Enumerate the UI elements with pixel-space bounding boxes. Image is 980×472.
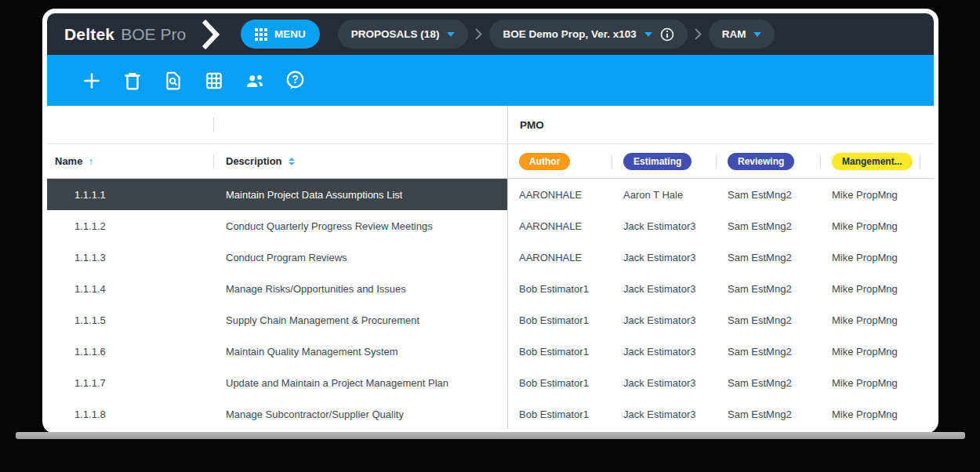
row-right-pane: Bob Estimator1Jack Estimator3Sam EstMng2…	[507, 304, 934, 336]
cell-author: Bob Estimator1	[508, 283, 612, 295]
table-column-header-row: Name ↑ Description Author Est	[47, 144, 934, 179]
window-base-shadow	[16, 432, 965, 439]
grid-icon	[204, 71, 224, 91]
column-header-description-label: Description	[226, 155, 282, 167]
table-row[interactable]: 1.1.1.2Conduct Quarterly Progress Review…	[47, 210, 934, 241]
cell-estimating-value: Jack Estimator3	[623, 252, 695, 263]
table-row[interactable]: 1.1.1.8Manage Subcontractor/Supplier Qua…	[47, 398, 934, 429]
table-row[interactable]: 1.1.1.3Conduct Program ReviewsAARONHALEJ…	[47, 241, 934, 273]
menu-button[interactable]: MENU	[241, 20, 320, 49]
cell-name: 1.1.1.4	[47, 273, 214, 304]
breadcrumb-ram-label: RAM	[722, 28, 746, 40]
table-row[interactable]: 1.1.1.5Supply Chain Management & Procure…	[47, 304, 934, 336]
table-body: 1.1.1.1Maintain Project Data Assumptions…	[47, 179, 934, 429]
column-header-author[interactable]: Author	[508, 144, 612, 178]
team-button[interactable]	[242, 68, 267, 93]
table-row[interactable]: 1.1.1.1Maintain Project Data Assumptions…	[47, 179, 934, 210]
cell-author-value: Bob Estimator1	[519, 283, 589, 295]
cell-name-value: 1.1.1.1	[74, 189, 106, 201]
breadcrumb-proposal-version[interactable]: BOE Demo Prop, Ver. x103	[489, 20, 687, 49]
cell-author-value: Bob Estimator1	[519, 346, 589, 358]
cell-estimating-value: Jack Estimator3	[623, 377, 695, 389]
cell-name-value: 1.1.1.4	[74, 283, 106, 295]
cell-management-value: Mike PropMng	[832, 346, 898, 358]
cell-author: Bob Estimator1	[508, 314, 612, 326]
column-header-reviewing[interactable]: Reviewing	[717, 144, 821, 178]
group-header-left	[47, 106, 507, 143]
menu-grid-icon	[255, 28, 267, 41]
cell-reviewing: Sam EstMng2	[717, 252, 821, 263]
cell-reviewing: Sam EstMng2	[717, 408, 821, 420]
preview-document-button[interactable]	[161, 68, 185, 93]
sort-ascending-icon: ↑	[88, 155, 93, 168]
row-right-pane: Bob Estimator1Jack Estimator3Sam EstMng2…	[507, 398, 934, 429]
cell-author: AARONHALE	[508, 220, 612, 232]
cell-reviewing: Sam EstMng2	[717, 377, 821, 389]
marketing-canvas: Deltek BOE Pro	[0, 0, 980, 472]
breadcrumb-proposals-label: PROPOSALS (18)	[351, 28, 440, 40]
cell-name-value: 1.1.1.7	[74, 377, 106, 389]
ram-table: PMO Name ↑ Description	[47, 106, 934, 429]
cell-estimating-value: Jack Estimator3	[623, 283, 695, 295]
column-header-description[interactable]: Description	[214, 144, 507, 178]
cell-description-value: Conduct Program Reviews	[226, 252, 347, 263]
cell-description: Supply Chain Management & Procurement	[214, 304, 507, 336]
column-header-management[interactable]: Mangement...	[821, 144, 920, 178]
breadcrumb-ram[interactable]: RAM	[709, 20, 775, 49]
cell-name: 1.1.1.6	[47, 336, 214, 367]
column-header-name[interactable]: Name ↑	[47, 144, 214, 178]
info-icon[interactable]	[660, 27, 674, 42]
cell-management: Mike PropMng	[821, 283, 920, 295]
cell-name: 1.1.1.8	[47, 398, 214, 429]
trash-icon	[122, 71, 143, 91]
column-header-name-label: Name	[55, 155, 82, 167]
breadcrumb-proposals[interactable]: PROPOSALS (18)	[338, 20, 469, 49]
cell-reviewing: Sam EstMng2	[717, 189, 821, 201]
team-icon	[244, 71, 266, 91]
sort-toggle-icon	[289, 158, 295, 165]
cell-name-value: 1.1.1.2	[74, 220, 106, 232]
table-group-header-row: PMO	[47, 106, 934, 144]
row-left-pane: 1.1.1.3Conduct Program Reviews	[47, 241, 507, 273]
cell-author-value: Bob Estimator1	[519, 408, 589, 420]
table-row[interactable]: 1.1.1.7Update and Maintain a Project Man…	[47, 367, 934, 398]
cell-reviewing-value: Sam EstMng2	[728, 189, 792, 201]
breadcrumb-separator-icon	[475, 28, 482, 40]
row-left-pane: 1.1.1.1Maintain Project Data Assumptions…	[47, 179, 507, 210]
table-row[interactable]: 1.1.1.6Maintain Quality Management Syste…	[47, 336, 934, 367]
table-row[interactable]: 1.1.1.4Manage Risks/Opportunities and Is…	[47, 273, 934, 304]
cell-description-value: Supply Chain Management & Procurement	[226, 314, 419, 326]
cell-estimating: Aaron T Hale	[612, 189, 717, 201]
chevron-down-icon	[644, 32, 652, 37]
cell-reviewing-value: Sam EstMng2	[728, 252, 792, 263]
delete-button[interactable]	[120, 68, 144, 93]
cell-name-value: 1.1.1.5	[74, 314, 106, 326]
cell-management: Mike PropMng	[821, 189, 920, 201]
cell-management-value: Mike PropMng	[832, 377, 898, 389]
cell-description-value: Conduct Quarterly Progress Review Meetin…	[226, 220, 433, 232]
add-icon	[82, 71, 102, 91]
svg-text:?: ?	[292, 73, 299, 85]
cell-description: Manage Subcontractor/Supplier Quality	[214, 398, 507, 429]
column-headers-roles: Author Estimating Reviewing Mangement...	[507, 144, 934, 178]
cell-reviewing-value: Sam EstMng2	[728, 377, 792, 389]
app-header: Deltek BOE Pro	[47, 13, 934, 55]
cell-management-value: Mike PropMng	[832, 189, 898, 201]
cell-description-value: Maintain Project Data Assumptions List	[226, 189, 402, 201]
breadcrumb-proposal-version-label: BOE Demo Prop, Ver. x103	[503, 28, 636, 40]
breadcrumb-separator-icon	[695, 28, 702, 40]
help-button[interactable]: ?	[283, 68, 307, 93]
grid-view-button[interactable]	[201, 68, 226, 93]
cell-description: Update and Maintain a Project Management…	[214, 367, 507, 398]
add-button[interactable]	[79, 68, 103, 93]
column-header-estimating[interactable]: Estimating	[612, 144, 717, 178]
logo-deltek: Deltek	[64, 25, 114, 44]
cell-management: Mike PropMng	[821, 314, 920, 326]
role-badge-author: Author	[519, 153, 570, 170]
role-badge-estimating: Estimating	[623, 153, 691, 170]
app-window-frame: Deltek BOE Pro	[42, 9, 938, 434]
row-right-pane: AARONHALEJack Estimator3Sam EstMng2Mike …	[507, 241, 934, 273]
row-right-pane: AARONHALEJack Estimator3Sam EstMng2Mike …	[507, 210, 934, 241]
cell-estimating: Jack Estimator3	[612, 377, 717, 389]
cell-author: Bob Estimator1	[508, 377, 612, 389]
